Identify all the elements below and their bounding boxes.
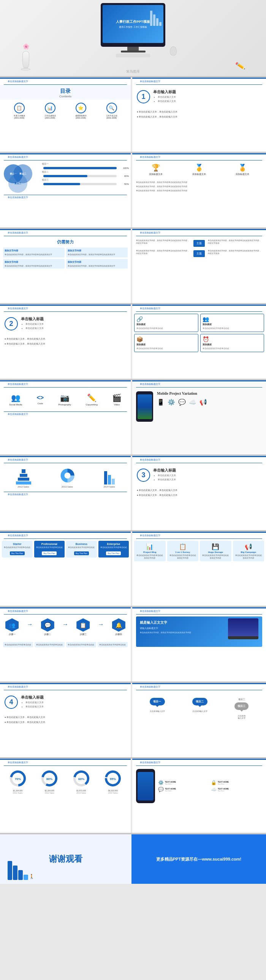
slide-title-text-2: 单击输入标题 单击此处输入文本 单击此处输入文本 <box>21 317 44 331</box>
slide-title-2: 单击添加副标题文字 2 单击输入标题 单击此处输入文本 单击此处输入文本 ● 单… <box>0 305 131 379</box>
slide-pricing: 单击添加副标题文字 Starter 单击此处添加文字内容单击此处 Buy Thi… <box>0 531 131 606</box>
monitor-decoration: 人事行政工作PPT模板 通用工作报告 工作汇报模板 <box>101 3 165 57</box>
header-label: 单击添加副标题文字 <box>4 154 127 161</box>
award-text-1: 单击此处添加文字内容，添加文字内容单击此处添加文字内容 <box>136 181 262 184</box>
award-3: 🏅 添加标题文本 <box>221 164 264 176</box>
venn-diagram: 要点一 要点二 要点三 <box>2 162 40 193</box>
slide-bullets-4: 单击此处输入文本 单击此处输入文本 <box>25 701 44 708</box>
header-label: 单击添加副标题文字 <box>4 457 127 463</box>
phone-icons-content: ⚙️ TEXT HOME Text Here 🔒 TEXT HOME Text … <box>132 766 266 806</box>
pricing-btn-3[interactable]: Buy This Plan <box>74 551 89 555</box>
contents-item-3: ⭐ 成绩荣誉展示(2001-2006) <box>65 103 96 119</box>
venn-circle-3: 要点三 <box>8 174 27 193</box>
slide-contents: 单击添加副标题文字 目录 Contents 📋 年度工作概述(2001-2006… <box>0 78 131 152</box>
tool-social: 👥 Social Media <box>9 393 22 406</box>
laptop-screen <box>228 618 258 636</box>
phone-screen <box>138 395 152 419</box>
footer-slide: 🚶 谢谢观看 更多精品PPT资源尽在—www.sucai999.com! <box>0 834 266 884</box>
icon-item-2: 🔒 TEXT HOME Text Here <box>211 780 262 785</box>
pricing-btn-2[interactable]: Buy This Plan <box>42 551 57 555</box>
footer-label: 单击添加副标题文字 <box>4 492 127 497</box>
donut-4: 95% $5,203,005 2014 Sales <box>103 769 122 794</box>
grid-item-4: ⏰ 添加描述 单击此处添加文字内容单击此处 <box>200 334 264 352</box>
page-wrapper: 🌸 人事行政工作PPT模板 通用工作报告 工作汇报模板 <box>0 0 266 884</box>
row-2: 单击添加副标题文字 要点一 要点二 要点三 项目一 100% 项目二 <box>0 153 266 228</box>
bullet-3-1: 单击此处输入文本 <box>158 474 176 477</box>
slide-title-3: 单击输入标题 <box>153 468 176 473</box>
bullet-1: 单击此处输入文本 <box>158 95 176 99</box>
slide-title: 单击输入标题 <box>153 89 176 95</box>
video-icon: 🎬 <box>112 393 122 402</box>
flow-desc-4: 单击此处添加文字内容单击此处 <box>98 642 128 647</box>
topics-content: 单击此处添加文字内容，添加文字内容单击此处添加文字内容，内容文字添加 主题 单击… <box>132 236 266 261</box>
trophy-icon: 🏆 <box>134 164 177 172</box>
slide-content-4: ● 单击此处输入文本，单击此处输入文本 ● 单击此处输入文本，单击此处输入文本 <box>0 714 131 726</box>
contents-icons: 📋 年度工作概述(2001-2006) 📊 工作完成情况(2001-2006) … <box>0 100 131 122</box>
slide-bubbles: 单击添加副标题文字 项目一 点击添加输入文字 项目二 点击添加输入文字 项目三 … <box>132 683 266 757</box>
icon-1: 📋 <box>14 103 25 113</box>
bullet-2-2: 单击此处输入文本 <box>25 327 44 330</box>
flow-step-2: 💬 步骤二 <box>41 618 54 636</box>
slide-charts: 单击添加副标题文字 2012 Sales <box>0 456 131 530</box>
bubble-2-container: 项目二 点击添加输入文字 <box>192 698 207 712</box>
icon-4: 🔍 <box>106 103 117 113</box>
header-label: 单击添加副标题文字 <box>136 79 262 85</box>
code-icon: <> <box>37 395 44 401</box>
grid-item-2: 👥 添加描述 单击此处添加文字内容单击此处 <box>200 314 264 332</box>
grid-icon-1: 🔗 <box>136 316 196 322</box>
numbered-title-row: 1 单击输入标题 单击此处输入文本 单击此处输入文本 <box>132 85 266 108</box>
header-label: 单击添加副标题文字 <box>4 684 127 690</box>
header-label: 单击添加副标题文字 <box>136 684 262 690</box>
slide-content-area: ● 单击此处输入文本，单击此处输入文本 ● 单击此处输入文本，单击此处输入文本 <box>132 108 266 121</box>
pricing-btn-1[interactable]: Buy This Plan <box>10 551 25 555</box>
svg-text:60%: 60% <box>78 777 84 781</box>
grid-icon-4: ⏰ <box>203 336 262 342</box>
text-block-1: 单击此处添加文字内容，添加文字内容单击此处添加文字内容，内容文字添加 主题 单击… <box>136 239 262 248</box>
donut-3: 60% $1,873,005 2013 Sales <box>72 769 91 794</box>
grid-item-1: 🔗 添加描述 单击此处添加文字内容单击此处 <box>134 314 198 332</box>
bullet-4-2: 单击此处输入文本 <box>25 705 44 708</box>
row-9: 单击添加副标题文字 4 单击输入标题 单击此处输入文本 单击此处输入文本 ● 单… <box>0 683 266 757</box>
arrow-flow-row: 👥 步骤一 → 💬 步骤二 → 📋 步骤三 → 🔔 步骤四 <box>0 614 131 640</box>
text-items-grid: 添加文字内容 单击此处添加文字内容，添加文字内容单击此处添加文字 添加文字内容 … <box>0 246 131 270</box>
slide-effort: 单击添加副标题文字 仍需努力 添加文字内容 单击此处添加文字内容，添加文字内容单… <box>0 229 131 303</box>
numbered-title-row-4: 4 单击输入标题 单击此处输入文本 单击此处输入文本 <box>0 690 131 714</box>
mobile-icons-row: 📱 ⚙️ 💬 ☁️ 📢 <box>157 399 262 406</box>
award-text-2: 单击此处添加文字内容，添加文字内容单击此处添加文字内容 <box>136 185 262 188</box>
chart-2014: 2014 Sales <box>104 469 115 488</box>
project-mng-icon: 📊 <box>136 543 164 550</box>
contents-header: 目录 Contents <box>0 85 131 100</box>
row-3: 单击添加副标题文字 仍需努力 添加文字内容 单击此处添加文字内容，添加文字内容单… <box>0 229 266 303</box>
settings-icon: ⚙️ <box>168 399 175 406</box>
slide-number-4: 4 <box>5 695 18 709</box>
pricing-card-4: Enterprise 单击此处添加文字内容单击此处 Buy This Plan <box>98 541 129 557</box>
slide-content-2: ● 单击此处输入文本，单击此处输入文本 ● 单击此处输入文本，单击此处输入文本 <box>0 336 131 348</box>
header-label: 单击添加副标题文字 <box>136 230 262 236</box>
slide-number-2: 2 <box>5 317 18 331</box>
phone-device <box>136 769 155 803</box>
row-8: 单击添加副标题文字 👥 步骤一 → 💬 步骤二 → 📋 步骤三 → <box>0 607 266 681</box>
speech-bubble-1: 项目一 <box>150 698 165 705</box>
topic-box-2: 主题 <box>193 250 205 257</box>
pencils-decoration: ✏️ <box>236 61 245 70</box>
slide-services: 单击添加副标题文字 📊 Project Mng 单击此处添加文字内容单击此处添加… <box>132 531 266 606</box>
slide-phone-icons: 单击添加副标题文字 ⚙️ TEXT HOME Text Here <box>132 759 266 833</box>
megaphone-icon: 📢 <box>200 399 207 406</box>
laptop-base <box>228 636 258 639</box>
bar-2: 60% <box>42 175 129 177</box>
donut-charts: 70% $1,264,005 2011 Sales 80% $2,264,005… <box>0 766 131 797</box>
watermark: 笨鸟图库 <box>126 69 140 74</box>
row-7: 单击添加副标题文字 Starter 单击此处添加文字内容单击此处 Buy Thi… <box>0 531 266 606</box>
badge-icon: 🏅 <box>221 164 264 172</box>
numbered-title-row-3: 3 单击输入标题 单击此处输入文本 单击此处输入文本 <box>132 463 266 487</box>
grid-icon-2: 👥 <box>203 316 262 322</box>
icon-item-3: 💬 TEXT HOME Text Here <box>158 787 209 792</box>
slide-bullets: 单击此处输入文本 单击此处输入文本 <box>158 95 176 103</box>
bar-group-2014 <box>104 469 115 485</box>
footer-label: 单击添加副标题文字 <box>4 195 127 200</box>
footer-right: 更多精品PPT资源尽在—www.sucai999.com! <box>131 834 266 884</box>
slide-content-3: ● 单击此处输入文本，单击此处输入文本 ● 单击此处输入文本，单击此处输入文本 <box>132 487 266 499</box>
campaign-icon: 📢 <box>234 543 263 550</box>
pricing-btn-4[interactable]: Buy This Plan <box>106 551 121 555</box>
text-item-3: 添加文字内容 单击此处添加文字内容，添加文字内容单击此处添加文字 <box>3 259 65 269</box>
